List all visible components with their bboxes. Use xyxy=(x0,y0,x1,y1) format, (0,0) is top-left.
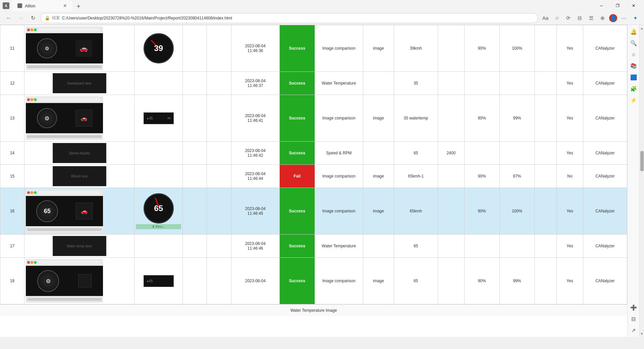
address-bar[interactable]: 🔒 檔案 C:/Users/user/Desktop/20230728%20-%… xyxy=(40,13,538,23)
test-item-cell: Image comparison xyxy=(315,165,363,188)
blank1 xyxy=(183,95,207,142)
split-btn[interactable]: ⊟ xyxy=(575,13,584,23)
screenshot-thumb[interactable]: 65 🚗 xyxy=(26,189,103,233)
sidebar-search-icon[interactable]: 🔍 xyxy=(630,39,638,47)
row-num: 17 xyxy=(0,235,24,258)
screenshot-thumb[interactable]: ⊙ 🚗 xyxy=(26,27,103,70)
similarity-cell: 99% xyxy=(499,95,535,142)
address-prefix: 檔案 xyxy=(52,15,60,21)
scrollbar-thumb[interactable] xyxy=(640,151,644,171)
pass-cell: No xyxy=(557,165,583,188)
capture-cell: 65 ⬆ Revi... xyxy=(135,188,183,235)
tool-cell: CANalyzer xyxy=(583,72,627,95)
sidebar-collections-icon[interactable]: 📚 xyxy=(630,62,638,70)
similarity-cell xyxy=(499,142,535,165)
similarity-cell xyxy=(499,235,535,258)
blank1 xyxy=(183,165,207,188)
row-num: 13 xyxy=(0,95,24,142)
blank2 xyxy=(207,235,231,258)
pass-cell: Yes xyxy=(557,188,583,235)
rpm-cell xyxy=(438,235,464,258)
blank3 xyxy=(535,25,557,72)
screenshot-thumb[interactable]: ⊙ 🚗 xyxy=(26,96,103,140)
capture-gauge[interactable]: 39 xyxy=(144,33,174,63)
status-cell: Success xyxy=(279,72,315,95)
threshold-cell xyxy=(464,142,499,165)
row-num: 14 xyxy=(0,142,24,165)
sidebar-bell-icon[interactable]: 🔔 xyxy=(630,28,638,36)
new-tab-btn[interactable]: + xyxy=(74,2,83,11)
screenshot-small[interactable]: 65kmh test xyxy=(53,166,106,186)
tool-cell: CANalyzer xyxy=(583,188,627,235)
screenshot-small[interactable]: Speed display xyxy=(53,143,106,163)
sidebar-collapse-icon[interactable]: ⊟ xyxy=(630,315,638,323)
scroll-up-btn[interactable]: ▲ xyxy=(640,25,644,32)
refresh-btn[interactable]: ↻ xyxy=(28,13,38,23)
sidebar-extensions-icon[interactable]: 🧩 xyxy=(630,85,638,93)
scroll-down-btn[interactable]: ▼ xyxy=(640,330,644,337)
time-cell: 2023-08-0411:46:46 xyxy=(231,235,279,258)
extensions-btn[interactable]: ⊕ xyxy=(598,13,607,23)
forward-btn[interactable]: → xyxy=(16,13,25,23)
active-tab[interactable]: Allion ✕ xyxy=(12,0,72,11)
capture-cell: ◂ 65 xyxy=(135,258,183,304)
address-text: C:/Users/user/Desktop/20230728%20-%2016/… xyxy=(62,16,232,20)
value-cell: 35 xyxy=(394,72,438,95)
blank1 xyxy=(183,142,207,165)
capture-gauge-65[interactable]: 65 xyxy=(144,193,174,223)
value-cell: 65 xyxy=(394,142,438,165)
table-row: 15 65kmh test 2023-08-0411:46:44 Fail Im… xyxy=(0,165,627,188)
capture-cell-empty xyxy=(135,165,183,188)
favorites-btn[interactable]: ☆ xyxy=(552,13,561,23)
account-btn[interactable]: 👤 xyxy=(609,14,617,22)
restore-btn[interactable]: ❐ xyxy=(610,0,625,11)
screenshot-cell: ⊙ xyxy=(24,258,135,304)
more-btn[interactable]: ⋯ xyxy=(619,13,629,23)
nav-bar: ← → ↻ 🔒 檔案 C:/Users/user/Desktop/2023072… xyxy=(0,11,644,25)
blank3 xyxy=(535,95,557,142)
close-btn[interactable]: ✕ xyxy=(626,0,641,11)
threshold-cell: 90% xyxy=(464,165,499,188)
window-controls: ─ ❐ ✕ xyxy=(594,0,641,11)
tab-close-btn[interactable]: ✕ xyxy=(63,3,67,8)
sidebar-performance-icon[interactable]: ⚡ xyxy=(630,96,638,104)
pass-cell: Yes xyxy=(557,235,583,258)
test-item-cell: Image comparison xyxy=(315,25,363,72)
bottom-image-label: Water Temperature Image xyxy=(290,308,337,313)
sidebar-add-icon[interactable]: ➕ xyxy=(630,303,638,311)
collections-btn[interactable]: ☰ xyxy=(586,13,596,23)
value-cell: 65kmh-1 xyxy=(394,165,438,188)
blank3 xyxy=(535,72,557,95)
scrollbar[interactable]: ▲ ▼ xyxy=(639,25,644,337)
screenshot-small[interactable]: Dashboard view xyxy=(53,73,106,93)
time-cell: 2023-08-0411:46:44 xyxy=(231,165,279,188)
minimize-btn[interactable]: ─ xyxy=(594,0,609,11)
time-cell: 2023-08-0411:46:45 xyxy=(231,188,279,235)
blank2 xyxy=(207,165,231,188)
lock-icon: 🔒 xyxy=(45,15,50,20)
screenshot-small[interactable]: Water temp view xyxy=(53,236,106,256)
sidebar-favorites-icon[interactable]: ☆ xyxy=(630,50,638,58)
screenshot-thumb[interactable]: ⊙ xyxy=(26,259,103,303)
copilot-btn[interactable]: ✦ xyxy=(631,13,640,23)
capture-bar[interactable]: ◂ 35 40 xyxy=(144,112,174,124)
back-btn[interactable]: ← xyxy=(4,13,13,23)
capture-bar-18[interactable]: ◂ 65 xyxy=(144,275,174,287)
type-cell: image xyxy=(363,95,394,142)
sidebar-office-icon[interactable]: 🟦 xyxy=(630,73,638,81)
nav-right: Aa ☆ ⟳ ⊟ ☰ ⊕ 👤 ⋯ ✦ xyxy=(541,13,640,23)
pass-cell: Yes xyxy=(557,25,583,72)
sidebar-external-icon[interactable]: ↗ xyxy=(630,326,638,334)
pass-cell: Yes xyxy=(557,95,583,142)
type-cell: image xyxy=(363,165,394,188)
capture-cell-empty xyxy=(135,72,183,95)
status-cell: Success xyxy=(279,25,315,72)
read-mode-btn[interactable]: Aa xyxy=(541,13,550,23)
type-cell xyxy=(363,235,394,258)
screenshot-cell: 65kmh test xyxy=(24,165,135,188)
status-cell: Success xyxy=(279,142,315,165)
browser-refresh-btn[interactable]: ⟳ xyxy=(564,13,573,23)
blank1 xyxy=(183,72,207,95)
table-container[interactable]: 11 ⊙ xyxy=(0,25,627,337)
screenshot-cell: Water temp view xyxy=(24,235,135,258)
